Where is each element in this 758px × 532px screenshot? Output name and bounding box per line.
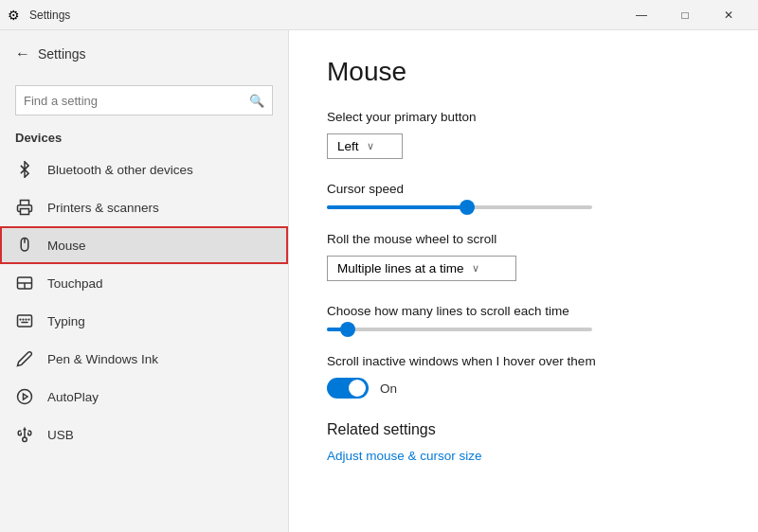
slider-track-low [327, 328, 592, 331]
autoplay-icon [15, 387, 34, 406]
page-title: Mouse [327, 57, 720, 87]
scroll-inactive-toggle[interactable] [327, 378, 369, 399]
sidebar-back-label: Settings [38, 46, 86, 62]
cursor-speed-slider[interactable] [327, 205, 720, 209]
primary-button-dropdown[interactable]: Left ∨ [327, 133, 403, 159]
sidebar: ← Settings 🔍 Devices Bluetooth & other d… [0, 30, 289, 532]
svg-rect-0 [21, 209, 29, 215]
sidebar-item-label-printers: Printers & scanners [47, 201, 159, 215]
sidebar-item-autoplay[interactable]: AutoPlay [0, 378, 288, 416]
related-settings-section: Related settings Adjust mouse & cursor s… [327, 421, 720, 463]
primary-button-section: Select your primary button Left ∨ [327, 110, 720, 159]
search-input[interactable] [24, 94, 249, 108]
scroll-dropdown-label: Roll the mouse wheel to scroll [327, 232, 720, 246]
svg-point-12 [18, 390, 32, 404]
svg-marker-13 [24, 394, 28, 399]
touchpad-icon [15, 274, 34, 293]
toggle-state-label: On [380, 381, 397, 396]
slider-track [327, 205, 592, 209]
slider-thumb-low[interactable] [340, 322, 355, 337]
settings-icon: ⚙ [8, 8, 20, 23]
scroll-chevron-icon: ∨ [472, 262, 479, 275]
section-label: Devices [0, 127, 288, 151]
sidebar-item-bluetooth[interactable]: Bluetooth & other devices [0, 151, 288, 188]
related-settings-title: Related settings [327, 421, 720, 438]
related-settings-link[interactable]: Adjust mouse & cursor size [327, 449, 482, 463]
sidebar-item-label-usb: USB [47, 428, 74, 442]
toggle-row: On [327, 378, 720, 399]
sidebar-item-label-mouse: Mouse [47, 239, 86, 253]
titlebar-title: Settings [29, 9, 70, 22]
mouse-icon [15, 236, 34, 255]
slider-thumb[interactable] [460, 200, 475, 215]
titlebar-left: ⚙ Settings [8, 8, 70, 23]
svg-rect-6 [18, 315, 32, 327]
svg-point-14 [23, 437, 27, 442]
search-icon: 🔍 [249, 94, 264, 108]
bluetooth-icon [15, 160, 34, 179]
titlebar: ⚙ Settings — □ ✕ [0, 0, 758, 30]
pen-icon [15, 349, 34, 368]
sidebar-item-mouse[interactable]: Mouse [0, 226, 288, 264]
sidebar-back-button[interactable]: ← Settings [15, 42, 273, 66]
typing-icon [15, 311, 34, 330]
main-container: ← Settings 🔍 Devices Bluetooth & other d… [0, 30, 758, 532]
cursor-speed-label: Cursor speed [327, 182, 720, 196]
sidebar-item-typing[interactable]: Typing [0, 302, 288, 340]
scroll-dropdown-section: Roll the mouse wheel to scroll Multiple … [327, 232, 720, 281]
sidebar-item-usb[interactable]: USB [0, 416, 288, 453]
sidebar-item-touchpad[interactable]: Touchpad [0, 264, 288, 302]
usb-icon [15, 425, 34, 444]
slider-fill [327, 205, 467, 209]
search-box[interactable]: 🔍 [15, 85, 273, 115]
primary-button-label: Select your primary button [327, 110, 720, 124]
sidebar-item-label-autoplay: AutoPlay [47, 390, 99, 404]
scroll-lines-label: Choose how many lines to scroll each tim… [327, 304, 720, 318]
sidebar-item-label-touchpad: Touchpad [47, 276, 103, 291]
sidebar-top: ← Settings [0, 30, 288, 78]
maximize-button[interactable]: □ [663, 0, 707, 30]
sidebar-item-printers[interactable]: Printers & scanners [0, 188, 288, 226]
sidebar-item-label-typing: Typing [47, 314, 85, 328]
scroll-lines-section: Choose how many lines to scroll each tim… [327, 304, 720, 331]
scroll-inactive-label: Scroll inactive windows when I hover ove… [327, 354, 720, 368]
scroll-dropdown-value: Multiple lines at a time [337, 261, 464, 275]
chevron-down-icon: ∨ [367, 140, 374, 152]
scroll-dropdown[interactable]: Multiple lines at a time ∨ [327, 256, 516, 281]
sidebar-item-label-pen: Pen & Windows Ink [47, 352, 158, 366]
content-area: Mouse Select your primary button Left ∨ … [289, 30, 758, 532]
minimize-button[interactable]: — [620, 0, 663, 30]
close-button[interactable]: ✕ [707, 0, 750, 30]
sidebar-item-label-bluetooth: Bluetooth & other devices [47, 163, 193, 177]
primary-button-value: Left [337, 139, 359, 153]
back-arrow-icon: ← [15, 45, 30, 62]
titlebar-controls: — □ ✕ [620, 0, 750, 30]
cursor-speed-section: Cursor speed [327, 182, 720, 209]
sidebar-item-pen[interactable]: Pen & Windows Ink [0, 340, 288, 378]
scroll-lines-slider[interactable] [327, 328, 720, 331]
scroll-inactive-section: Scroll inactive windows when I hover ove… [327, 354, 720, 399]
toggle-thumb [349, 380, 366, 397]
printer-icon [15, 198, 34, 217]
